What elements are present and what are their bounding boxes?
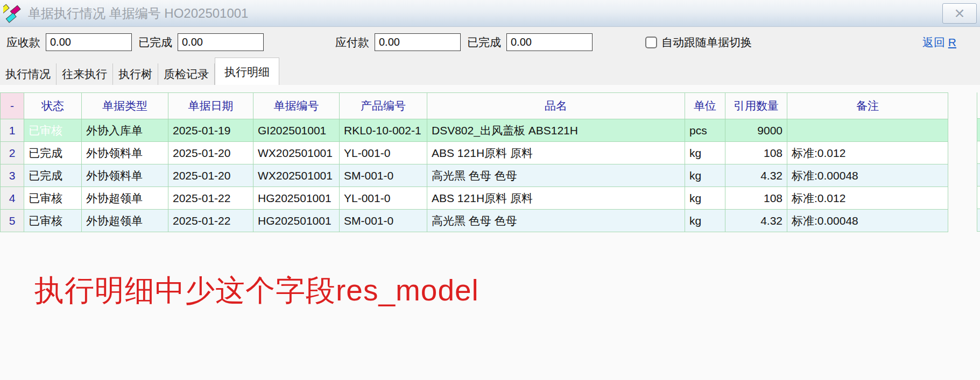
missing-field-annotation: 执行明细中少这个字段res_model <box>34 271 479 311</box>
col-header-status[interactable]: 状态 <box>24 93 82 119</box>
payable-done-label: 已完成 <box>467 35 501 50</box>
cell-doc-type[interactable]: 外协领料单 <box>82 142 168 164</box>
auto-follow-label: 自动跟随单据切换 <box>661 35 752 50</box>
tab-execution-status[interactable]: 执行情况 <box>0 63 57 85</box>
cell-remark[interactable]: 标准:0.00048 <box>787 164 948 187</box>
receivable-done-label: 已完成 <box>138 35 172 50</box>
close-button[interactable]: ✕ <box>942 3 977 24</box>
row-number[interactable]: 4 <box>1 187 24 210</box>
cell-unit[interactable]: kg <box>685 142 725 164</box>
row-number[interactable]: 1 <box>1 119 24 142</box>
col-header-qty[interactable]: 引用数量 <box>725 93 787 119</box>
cell-product-no[interactable]: SM-001-0 <box>340 164 427 187</box>
cell-doc-date[interactable]: 2025-01-20 <box>168 164 253 187</box>
row-number[interactable]: 2 <box>1 142 24 164</box>
cell-status[interactable]: 已审核 <box>24 187 82 210</box>
cell-doc-no[interactable]: WX202501001 <box>253 164 340 187</box>
tab-execution-details[interactable]: 执行明细 <box>215 58 279 85</box>
execution-details-panel: - 状态 单据类型 单据日期 单据编号 产品编号 品名 单位 引用数量 备注 1… <box>0 85 980 380</box>
execution-details-table: - 状态 单据类型 单据日期 单据编号 产品编号 品名 单位 引用数量 备注 1… <box>0 92 948 232</box>
cell-status[interactable]: 已完成 <box>24 164 82 187</box>
cell-product-name[interactable]: ABS 121H原料 原料 <box>427 142 685 164</box>
receivable-input[interactable] <box>46 33 132 51</box>
tabstrip: 执行情况 往来执行 执行树 质检记录 执行明细 <box>0 57 980 85</box>
cell-doc-date[interactable]: 2025-01-22 <box>168 187 253 210</box>
cell-doc-no[interactable]: WX202501001 <box>253 142 340 164</box>
cell-doc-type[interactable]: 外协入库单 <box>82 119 168 142</box>
cell-product-no[interactable]: RKL0-10-002-1 <box>340 119 427 142</box>
table-row: 5 已审核 外协超领单 2025-01-22 HG202501001 SM-00… <box>1 210 948 232</box>
cell-doc-no[interactable]: HG202501001 <box>253 210 340 232</box>
cell-qty[interactable]: 4.32 <box>725 164 787 187</box>
cell-remark[interactable]: 标准:0.00048 <box>787 210 948 232</box>
cell-qty[interactable]: 9000 <box>725 119 787 142</box>
cell-remark[interactable] <box>787 119 948 142</box>
window-title: 单据执行情况 单据编号 HO202501001 <box>28 5 248 22</box>
col-header-product-name[interactable]: 品名 <box>427 93 685 119</box>
cell-status[interactable]: 已审核 <box>24 210 82 232</box>
col-header-product-no[interactable]: 产品编号 <box>340 93 427 119</box>
tab-qc-records[interactable]: 质检记录 <box>158 63 215 85</box>
row-number[interactable]: 5 <box>1 210 24 232</box>
cell-status[interactable]: 已完成 <box>24 142 82 164</box>
cell-doc-date[interactable]: 2025-01-20 <box>168 142 253 164</box>
cell-product-name[interactable]: 高光黑 色母 色母 <box>427 164 685 187</box>
cell-doc-date[interactable]: 2025-01-22 <box>168 210 253 232</box>
payable-label: 应付款 <box>335 35 369 50</box>
return-hotkey: R <box>948 36 956 48</box>
cell-doc-type[interactable]: 外协超领单 <box>82 210 168 232</box>
cell-doc-no[interactable]: GI202501001 <box>253 119 340 142</box>
cell-remark[interactable]: 标准:0.012 <box>787 187 948 210</box>
table-header-row: - 状态 单据类型 单据日期 单据编号 产品编号 品名 单位 引用数量 备注 <box>1 93 948 119</box>
table-row: 1 已审核 外协入库单 2025-01-19 GI202501001 RKL0-… <box>1 119 948 142</box>
tab-execution-tree[interactable]: 执行树 <box>113 63 158 85</box>
col-header-unit[interactable]: 单位 <box>685 93 725 119</box>
cell-product-no[interactable]: YL-001-0 <box>340 187 427 210</box>
cell-product-name[interactable]: 高光黑 色母 色母 <box>427 210 685 232</box>
cell-product-name[interactable]: DSV802_出风盖板 ABS121H <box>427 119 685 142</box>
cell-product-name[interactable]: ABS 121H原料 原料 <box>427 187 685 210</box>
return-link[interactable]: 返回 R <box>922 35 956 50</box>
cell-doc-type[interactable]: 外协超领单 <box>82 187 168 210</box>
col-header-doc-type[interactable]: 单据类型 <box>82 93 168 119</box>
receivable-done-input[interactable] <box>178 33 264 51</box>
payable-input[interactable] <box>375 33 461 51</box>
table-overflow-column <box>977 92 980 232</box>
col-header-remark[interactable]: 备注 <box>787 93 948 119</box>
cell-qty[interactable]: 108 <box>725 187 787 210</box>
cell-unit[interactable]: kg <box>685 210 725 232</box>
table-row: 3 已完成 外协领料单 2025-01-20 WX202501001 SM-00… <box>1 164 948 187</box>
cell-qty[interactable]: 108 <box>725 142 787 164</box>
cell-doc-type[interactable]: 外协领料单 <box>82 164 168 187</box>
cell-status[interactable]: 已审核 <box>24 119 82 142</box>
cell-unit[interactable]: kg <box>685 164 725 187</box>
cell-product-no[interactable]: SM-001-0 <box>340 210 427 232</box>
cell-unit[interactable]: kg <box>685 187 725 210</box>
col-header-doc-date[interactable]: 单据日期 <box>168 93 253 119</box>
cell-doc-no[interactable]: HG202501001 <box>253 187 340 210</box>
col-header-doc-no[interactable]: 单据编号 <box>253 93 340 119</box>
row-number[interactable]: 3 <box>1 164 24 187</box>
cell-product-no[interactable]: YL-001-0 <box>340 142 427 164</box>
tab-transactions[interactable]: 往来执行 <box>57 63 113 85</box>
window-titlebar: 单据执行情况 单据编号 HO202501001 ✕ <box>0 0 980 27</box>
cell-doc-date[interactable]: 2025-01-19 <box>168 119 253 142</box>
app-icon <box>3 3 23 25</box>
cell-remark[interactable]: 标准:0.012 <box>787 142 948 164</box>
summary-toolbar: 应收款 已完成 应付款 已完成 自动跟随单据切换 返回 R <box>0 27 980 57</box>
receivable-label: 应收款 <box>6 35 40 50</box>
close-icon: ✕ <box>954 6 965 21</box>
cell-qty[interactable]: 4.32 <box>725 210 787 232</box>
table-row: 4 已审核 外协超领单 2025-01-22 HG202501001 YL-00… <box>1 187 948 210</box>
col-header-index[interactable]: - <box>1 93 24 119</box>
payable-done-input[interactable] <box>506 33 593 51</box>
cell-unit[interactable]: pcs <box>685 119 725 142</box>
auto-follow-checkbox[interactable] <box>645 37 657 48</box>
table-row: 2 已完成 外协领料单 2025-01-20 WX202501001 YL-00… <box>1 142 948 164</box>
